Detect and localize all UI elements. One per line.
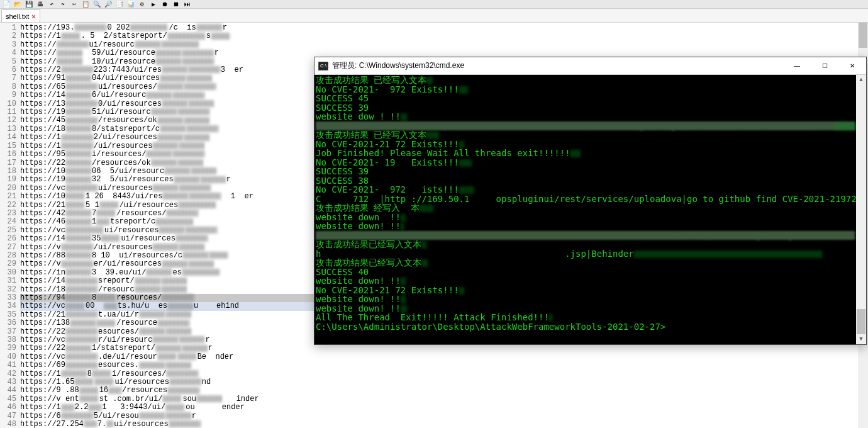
toolbar-icon[interactable]: ▶ [148,1,159,8]
cmd-window: C:\ 管理员: C:\Windows\system32\cmd.exe — ☐… [314,57,867,345]
cmd-line: 攻击成功结果 已经写入文本 [316,76,855,85]
cmd-line: SUCCESS 40 [316,268,855,277]
cmd-line: SUCCESS 45 [316,94,855,103]
code-line[interactable]: https://1. 5 2/statsreport/s [20,32,868,40]
cmd-line: No CVE-2021-21 72 Exists!!! [316,286,855,295]
toolbar-icon[interactable]: ↶ [47,1,57,8]
cmd-line: No CVE-2021- 972 Exists!!! [316,85,855,94]
toolbar-icon[interactable]: ✂ [69,1,79,8]
cmd-line: h .jsp|Behinder [316,249,855,259]
code-line[interactable]: https://65/ui/resour [20,412,868,420]
code-line[interactable]: https://12.21 3:9443/ui/ou ender [20,403,868,412]
code-line[interactable]: https://1.65ui/resourcesnd [20,378,868,386]
cmd-line: All The Thread Exit!!!!! Attack Finished… [316,313,855,322]
code-line[interactable]: https://18i/resources/ [20,370,868,378]
cmd-line: website down! !! [316,295,855,304]
cmd-line: website down !! [316,213,855,222]
cmd-title: 管理员: C:\Windows\system32\cmd.exe [332,60,783,71]
cmd-line: CVE-2021-21 7|https://112.91.146.122/ui/… [316,121,855,131]
toolbar-icon[interactable]: 📑 [114,1,125,8]
code-line[interactable]: https://193.0 202/c isr [20,24,868,32]
line-number-gutter: 1234567891011121314151617181920212223242… [0,23,20,428]
cmd-line: website down! !! [316,304,855,313]
toolbar-icon[interactable]: ↷ [58,1,68,8]
toolbar-icon[interactable]: 💾 [24,1,34,8]
cmd-line: 攻击成功结果 已经写入文本 [316,130,855,140]
cmd-line: 攻击成功结果已经写入文本 [316,240,855,249]
toolbar-icon[interactable]: 📋 [81,1,91,8]
cmd-line: website dow ! !! [316,112,855,121]
cmd-line: 攻击成功结果 经写入 本 [316,203,855,213]
cmd-line: SUCCESS 38 [316,176,855,186]
toolbar-icon[interactable]: ⚙ [137,1,147,8]
cmd-line: 攻击成功结果已经写入文本 [316,258,855,268]
cmd-line: No CVE-2021- 972 ists!!! [316,185,855,194]
toolbar-icon[interactable]: 📂 [13,1,23,8]
close-button[interactable]: ✕ [838,57,866,74]
maximize-button[interactable]: ☐ [811,57,838,74]
toolbar: 📄 📂 💾 🖶 ↶ ↷ ✂ 📋 🔍 🔎 📑 📊 ⚙ ▶ ⏺ ⏹ ⏭ [0,0,868,9]
cmd-line: No CVE-2021- 19 Exists!!! [316,158,855,167]
code-line[interactable]: https://ui/resourc [20,41,868,49]
tab-filename: shell.txt [6,13,29,20]
cmd-line: Job Finished! Please Wait All threads ex… [316,149,855,158]
code-line[interactable]: https://221/statsreport/r [20,344,868,352]
scroll-up-icon[interactable]: ▲ [856,75,866,85]
cmd-line: C 712 |http ://169.50.1 opspluginui/rest… [316,194,855,204]
toolbar-icon[interactable]: 📄 [1,1,11,8]
toolbar-icon[interactable]: 🔍 [92,1,102,8]
close-icon[interactable]: × [31,13,35,20]
toolbar-icon[interactable]: ⏺ [160,1,170,8]
code-line[interactable]: https://69esources. [20,361,868,369]
tab-bar: shell.txt × [0,9,868,23]
code-line[interactable]: https://27.2547.ui/resources [20,420,868,428]
scroll-down-icon[interactable]: ▼ [856,334,866,344]
cmd-line: rest/services/uploadova go to github fin… [316,231,855,240]
cmd-icon: C:\ [318,62,328,70]
cmd-line: No CVE-2021-21 72 Exists!!! [316,140,855,149]
toolbar-icon[interactable]: ⏭ [182,1,192,8]
cmd-output[interactable]: 攻击成功结果 已经写入文本No CVE-2021- 972 Exists!!!S… [314,75,856,344]
code-line[interactable]: https://vc.de/ui/resourBe nder [20,353,868,361]
toolbar-icon[interactable]: 🖶 [35,1,45,8]
cmd-line: website down! !! [316,222,855,231]
toolbar-icon[interactable]: 📊 [126,1,136,8]
window-controls: — ☐ ✕ [783,57,866,74]
cmd-line: SUCCESS 39 [316,103,855,113]
cmd-line: website down! !! [316,276,855,286]
cmd-scrollbar[interactable]: ▲ ▼ [856,75,866,344]
scrollbar-thumb[interactable] [859,23,867,48]
cmd-titlebar[interactable]: C:\ 管理员: C:\Windows\system32\cmd.exe — ☐… [314,57,866,75]
code-line[interactable]: https://9 .8816/resources [20,386,868,395]
minimize-button[interactable]: — [783,57,811,74]
toolbar-icon[interactable]: ⏹ [171,1,181,8]
code-line[interactable]: https://v entst .com.br/ui/sou inder [20,395,868,403]
toolbar-icon[interactable]: 🔎 [103,1,113,8]
file-tab[interactable]: shell.txt × [1,9,40,22]
scrollbar-thumb[interactable] [857,309,865,334]
cmd-line: SUCCESS 39 [316,167,855,176]
cmd-line: C:\Users\Administrator\Desktop\AttackWeb… [316,322,855,332]
